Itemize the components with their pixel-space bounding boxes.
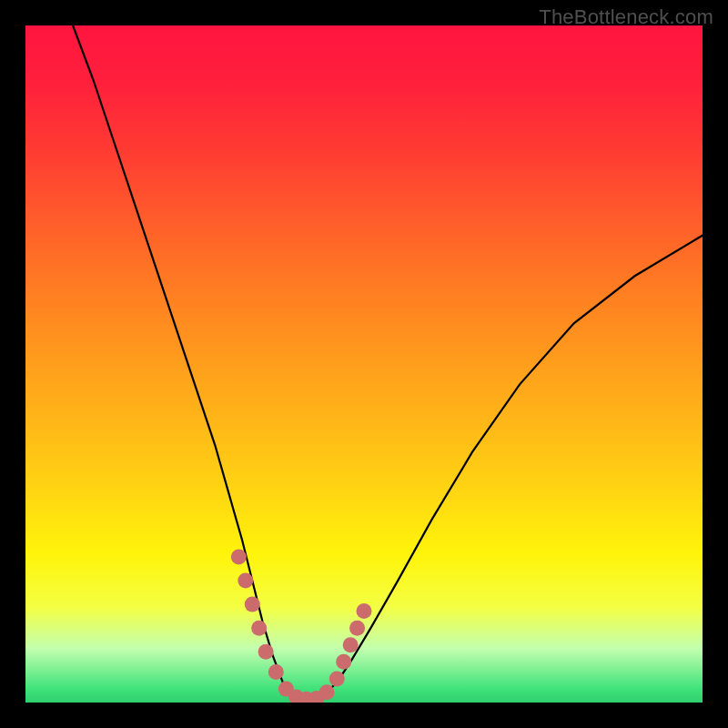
curve-marker: [357, 603, 372, 619]
curve-marker: [258, 644, 274, 660]
plot-area: [25, 25, 703, 703]
curve-marker: [245, 597, 260, 612]
curve-marker: [329, 671, 345, 686]
watermark-text: TheBottleneck.com: [539, 5, 713, 29]
chart-stage: TheBottleneck.com: [0, 0, 728, 728]
curve-markers: [231, 550, 372, 703]
curve-marker: [343, 637, 359, 652]
chart-svg: [25, 25, 703, 703]
curve-marker: [268, 664, 284, 680]
curve-marker: [336, 654, 351, 670]
curve-marker: [349, 621, 365, 636]
curve-marker: [231, 550, 247, 565]
curve-marker: [319, 684, 335, 700]
curve-marker: [238, 573, 253, 589]
bottleneck-curve: [73, 25, 703, 703]
curve-marker: [251, 621, 267, 636]
